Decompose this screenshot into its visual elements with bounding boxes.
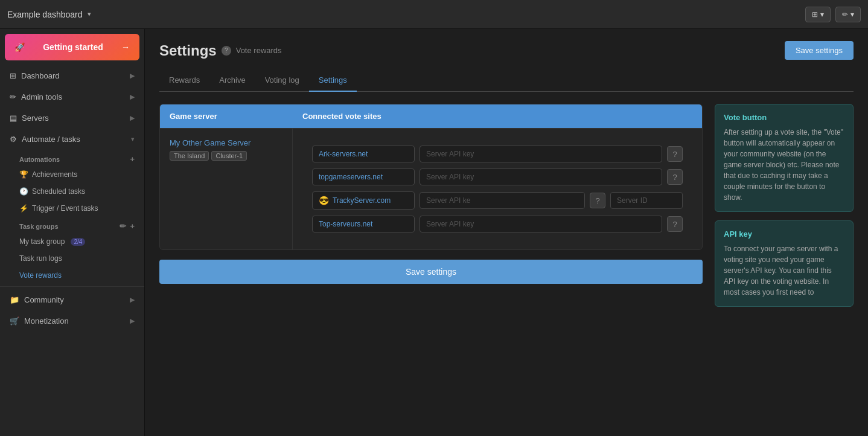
getting-started-arrow: → xyxy=(121,42,130,52)
vote-table: Game server Connected vote sites My Othe… xyxy=(159,104,703,250)
tracky-server-id-input[interactable] xyxy=(610,192,683,209)
tab-rewards[interactable]: Rewards xyxy=(159,69,209,92)
tab-archive[interactable]: Archive xyxy=(209,69,255,92)
topbar-left: Example dashboard ▾ xyxy=(7,10,91,19)
sidebar-item-servers[interactable]: ▤ Servers ▶ xyxy=(0,107,144,129)
save-settings-top-button[interactable]: Save settings xyxy=(785,41,854,60)
server-name-link[interactable]: My Other Game Server xyxy=(170,138,251,147)
tools-btn-arrow: ▾ xyxy=(850,10,854,19)
tools-button[interactable]: ✏ ▾ xyxy=(835,7,861,22)
clock-icon: 🕐 xyxy=(19,187,28,196)
vote-site-ark-link[interactable]: Ark-servers.net xyxy=(312,146,415,162)
api-key-card: API key To connect your game server with… xyxy=(715,220,854,307)
tracky-help-button[interactable]: ? xyxy=(590,193,605,208)
vote-button-card-text: After setting up a vote site, the "Vote"… xyxy=(724,127,844,203)
vote-site-tracky-link[interactable]: 😎 TrackyServer.com xyxy=(312,191,415,210)
admin-tools-icon: ✏ xyxy=(10,92,16,101)
vote-site-row-topserveurs: Top-serveurs.net ? xyxy=(312,216,683,232)
sidebar-item-my-task-group[interactable]: My task group 2/4 xyxy=(10,233,144,250)
sidebar-item-automate[interactable]: ⚙ Automate / tasks ▾ xyxy=(0,129,144,150)
sidebar-item-monetization[interactable]: 🛒 Monetization ▶ xyxy=(0,310,144,332)
community-chevron: ▶ xyxy=(130,296,135,304)
vote-site-row-tracky: 😎 TrackyServer.com ? xyxy=(312,191,683,210)
sidebar-item-label-trigger: Trigger / Event tasks xyxy=(32,204,98,213)
layout: 🚀 Getting started → ⊞ Dashboard ▶ ✏ Admi… xyxy=(0,29,868,436)
sidebar-item-scheduled-tasks[interactable]: 🕐 Scheduled tasks xyxy=(10,183,144,200)
automations-add-icon[interactable]: + xyxy=(130,155,135,164)
server-tag-map: The Island xyxy=(170,151,209,161)
task-groups-section-label: Task groups ✏ + xyxy=(10,217,144,233)
grid-button[interactable]: ⊞ ▾ xyxy=(805,7,831,22)
getting-started-label: Getting started xyxy=(43,42,103,52)
vote-site-row-topgame: topgameservers.net ? xyxy=(312,168,683,185)
tab-voting-log[interactable]: Voting log xyxy=(255,69,309,92)
tracky-api-key-input[interactable] xyxy=(420,192,585,209)
server-tag-cluster: Cluster-1 xyxy=(211,151,247,161)
tab-settings[interactable]: Settings xyxy=(309,69,357,92)
servers-chevron: ▶ xyxy=(130,114,135,122)
vote-sites-list: Ark-servers.net ? topgameservers.net ? xyxy=(302,138,692,240)
grid-btn-arrow: ▾ xyxy=(820,10,824,19)
sidebar-item-admin-tools[interactable]: ✏ Admin tools ▶ xyxy=(0,86,144,107)
topserveurs-api-key-input[interactable] xyxy=(420,216,662,232)
task-groups-add-icon[interactable]: + xyxy=(130,222,135,231)
dashboard-icon: ⊞ xyxy=(10,71,16,80)
monetization-chevron: ▶ xyxy=(130,317,135,325)
sidebar-item-label-dashboard: Dashboard xyxy=(21,71,60,80)
content-main: Game server Connected vote sites My Othe… xyxy=(159,104,703,315)
my-task-group-badge: 2/4 xyxy=(71,238,85,246)
topserveurs-help-button[interactable]: ? xyxy=(667,216,683,232)
page-help-icon[interactable]: ? xyxy=(222,46,231,56)
sidebar-item-task-run-logs[interactable]: Task run logs xyxy=(10,250,144,267)
admin-tools-chevron: ▶ xyxy=(130,93,135,101)
sidebar-item-community[interactable]: 📁 Community ▶ xyxy=(0,289,144,310)
topbar-title: Example dashboard xyxy=(7,10,83,19)
task-groups-label-text: Task groups xyxy=(19,223,59,230)
vote-rewards-label: Vote rewards xyxy=(19,271,62,280)
content-row: Game server Connected vote sites My Othe… xyxy=(159,104,854,315)
my-task-group-label: My task group xyxy=(19,237,65,246)
sidebar-item-label-monetization: Monetization xyxy=(24,316,69,325)
sidebar-item-dashboard[interactable]: ⊞ Dashboard ▶ xyxy=(0,65,144,86)
automate-icon: ⚙ xyxy=(10,135,17,144)
getting-started-button[interactable]: 🚀 Getting started → xyxy=(5,34,139,60)
vote-site-topserveurs-link[interactable]: Top-serveurs.net xyxy=(312,216,415,232)
sidebar-item-trigger-tasks[interactable]: ⚡ Trigger / Event tasks xyxy=(10,200,144,217)
vote-site-topgame-link[interactable]: topgameservers.net xyxy=(312,168,415,185)
api-key-card-text: To connect your game server with a votin… xyxy=(724,243,844,298)
server-cell: My Other Game Server The Island Cluster-… xyxy=(160,129,293,249)
automations-label-text: Automations xyxy=(19,156,60,163)
community-icon: 📁 xyxy=(10,295,19,304)
topgame-help-button[interactable]: ? xyxy=(667,169,683,185)
vote-sites-cell: Ark-servers.net ? topgameservers.net ? xyxy=(293,129,702,249)
tracky-icon: 😎 xyxy=(319,196,329,205)
ark-help-button[interactable]: ? xyxy=(667,146,683,162)
ark-api-key-input[interactable] xyxy=(420,146,662,162)
server-tags: The Island Cluster-1 xyxy=(170,151,282,161)
main-content: Settings ? Vote rewards Save settings Re… xyxy=(145,29,868,436)
task-run-logs-label: Task run logs xyxy=(19,254,62,263)
sidebar-item-label-automate: Automate / tasks xyxy=(22,135,80,144)
vote-table-header: Game server Connected vote sites xyxy=(160,104,702,128)
task-groups-edit-icon[interactable]: ✏ xyxy=(120,222,126,231)
servers-icon: ▤ xyxy=(10,114,17,123)
topgame-api-key-input[interactable] xyxy=(420,168,662,185)
sidebar-item-vote-rewards[interactable]: Vote rewards xyxy=(10,267,144,284)
col-game-server: Game server xyxy=(160,104,293,128)
save-settings-bottom-button[interactable]: Save settings xyxy=(159,260,703,284)
topbar-right: ⊞ ▾ ✏ ▾ xyxy=(805,7,861,22)
page-subtitle: Vote rewards xyxy=(236,46,282,55)
automations-section: Automations + 🏆 Achievements 🕐 Scheduled… xyxy=(0,150,144,284)
getting-started-icon: 🚀 xyxy=(14,42,25,52)
vote-button-card-title: Vote button xyxy=(724,113,844,122)
tabs-bar: Rewards Archive Voting log Settings xyxy=(159,69,854,92)
automations-section-label: Automations + xyxy=(10,150,144,166)
achievements-icon: 🏆 xyxy=(19,170,28,179)
col-vote-sites: Connected vote sites xyxy=(293,104,702,128)
sidebar-item-achievements[interactable]: 🏆 Achievements xyxy=(10,166,144,183)
monetization-icon: 🛒 xyxy=(10,316,19,325)
info-cards-panel: Vote button After setting up a vote site… xyxy=(715,104,854,315)
topbar-dropdown-arrow[interactable]: ▾ xyxy=(88,10,91,18)
sidebar-item-label-scheduled: Scheduled tasks xyxy=(32,187,85,196)
tools-icon: ✏ xyxy=(842,10,848,19)
